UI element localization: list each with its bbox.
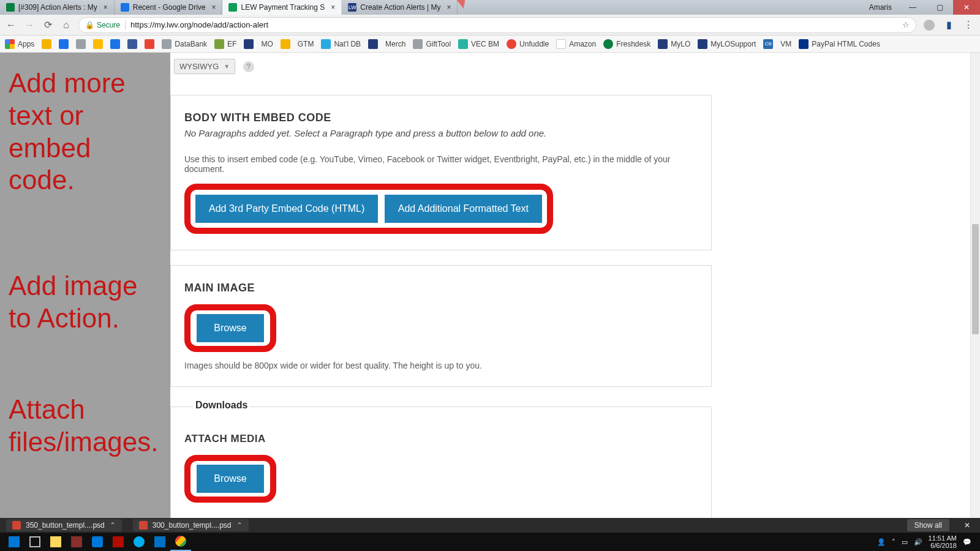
window-close-button[interactable]: ✕ bbox=[953, 0, 980, 15]
bookmark-item[interactable] bbox=[368, 39, 378, 49]
start-button[interactable] bbox=[4, 533, 24, 551]
address-bar[interactable]: 🔒 Secure https://my.lwv.org/node/add/act… bbox=[78, 17, 916, 33]
bookmark-paypal[interactable]: PayPal HTML Codes bbox=[799, 39, 880, 49]
forward-button[interactable]: → bbox=[23, 19, 36, 31]
network-icon[interactable]: ▭ bbox=[902, 538, 908, 546]
bookmark-item[interactable] bbox=[281, 39, 290, 49]
window-maximize-button[interactable]: ▢ bbox=[926, 0, 953, 15]
taskbar-outlook[interactable] bbox=[149, 533, 170, 551]
bookmark-item[interactable] bbox=[59, 39, 69, 49]
bookmarks-bar: Apps DataBank EF MO GTM Nat'l DB Merch G… bbox=[0, 36, 980, 53]
close-icon[interactable]: × bbox=[331, 3, 335, 12]
vertical-scrollbar[interactable] bbox=[970, 53, 980, 518]
system-tray: 👤 ˄ ▭ 🔊 11:51 AM 6/6/2018 💬 bbox=[877, 534, 976, 549]
bookmark-mo[interactable]: MO bbox=[261, 40, 273, 48]
button-label: Browse bbox=[214, 323, 246, 334]
bookmark-label: GTM bbox=[298, 40, 314, 48]
close-icon[interactable]: × bbox=[104, 3, 108, 12]
bookmark-label: EF bbox=[227, 40, 236, 48]
notifications-icon[interactable]: 💬 bbox=[963, 538, 971, 546]
profile-button[interactable] bbox=[922, 18, 936, 32]
scrollbar-thumb[interactable] bbox=[972, 224, 979, 334]
bookmark-label: Merch bbox=[385, 40, 405, 48]
edge-icon bbox=[92, 536, 103, 547]
close-icon[interactable]: × bbox=[447, 3, 451, 12]
bookmark-item[interactable] bbox=[93, 39, 103, 49]
volume-icon[interactable]: 🔊 bbox=[914, 538, 922, 546]
main-image-hint: Images should be 800px wide or wider for… bbox=[184, 361, 698, 370]
favicon-icon bbox=[6, 3, 15, 12]
bookmark-gifttool[interactable]: GiftTool bbox=[413, 39, 451, 49]
taskbar-chrome[interactable] bbox=[170, 533, 191, 551]
taskbar-explorer[interactable] bbox=[45, 533, 66, 551]
apps-shortcut[interactable]: Apps bbox=[5, 39, 34, 49]
bookmark-icon bbox=[127, 39, 137, 49]
attach-media-browse-button[interactable]: Browse bbox=[197, 465, 264, 493]
bookmark-item[interactable] bbox=[145, 39, 154, 49]
browser-navbar: ← → ⟳ ⌂ 🔒 Secure https://my.lwv.org/node… bbox=[0, 15, 980, 36]
bookmark-unfuddle[interactable]: Unfuddle bbox=[507, 39, 549, 49]
bookmark-freshdesk[interactable]: Freshdesk bbox=[603, 39, 650, 49]
wysiwyg-select[interactable]: WYSIWYG ▼ bbox=[174, 59, 235, 74]
tab-2[interactable]: LEW Payment Tracking S × bbox=[222, 0, 342, 15]
bookmark-ef[interactable]: EF bbox=[214, 39, 236, 49]
add-embed-code-button[interactable]: Add 3rd Party Embed Code (HTML) bbox=[195, 195, 378, 223]
bookmark-natldb[interactable]: Nat'l DB bbox=[321, 39, 361, 49]
annotation-2: Add image to Action. bbox=[9, 270, 162, 335]
menu-button[interactable]: ⋮ bbox=[962, 18, 975, 32]
bookmark-gtm[interactable]: GTM bbox=[298, 40, 314, 48]
taskbar-skype[interactable] bbox=[129, 533, 149, 551]
bookmark-mylosupport[interactable]: MyLOSupport bbox=[698, 39, 756, 49]
bookmark-item[interactable] bbox=[42, 39, 51, 49]
home-button[interactable]: ⌂ bbox=[60, 19, 72, 31]
annotation-highlight: Add 3rd Party Embed Code (HTML) Add Addi… bbox=[184, 184, 553, 234]
apps-icon bbox=[5, 39, 15, 49]
close-icon[interactable]: × bbox=[211, 3, 216, 12]
window-titlebar: [#309] Action Alerts : My × Recent - Goo… bbox=[0, 0, 980, 15]
secure-indicator: 🔒 Secure bbox=[85, 21, 120, 29]
downloads-fieldset: Downloads ATTACH MEDIA Browse bbox=[170, 407, 712, 519]
show-all-downloads-button[interactable]: Show all bbox=[907, 519, 949, 531]
tab-1[interactable]: Recent - Google Drive × bbox=[115, 0, 223, 15]
lock-icon: 🔒 bbox=[85, 21, 94, 29]
button-label: Browse bbox=[214, 473, 246, 484]
tab-label: Create Action Alerts | My bbox=[360, 3, 440, 12]
add-formatted-text-button[interactable]: Add Additional Formatted Text bbox=[385, 195, 542, 223]
back-button[interactable]: ← bbox=[5, 19, 17, 31]
extension-icon[interactable]: ▮ bbox=[942, 18, 956, 32]
tab-0[interactable]: [#309] Action Alerts : My × bbox=[0, 0, 115, 15]
close-shelf-button[interactable]: ✕ bbox=[960, 521, 974, 530]
bookmark-databank[interactable]: DataBank bbox=[162, 39, 207, 49]
download-item-0[interactable]: 350_button_templ....psd ⌃ bbox=[6, 519, 122, 531]
taskbar-clock[interactable]: 11:51 AM 6/6/2018 bbox=[929, 534, 957, 549]
bookmark-vm[interactable]: VM bbox=[780, 40, 791, 48]
taskbar-app[interactable] bbox=[66, 533, 87, 551]
bookmark-item[interactable]: CB bbox=[763, 39, 773, 49]
new-tab-button[interactable] bbox=[456, 0, 465, 9]
bookmark-merch[interactable]: Merch bbox=[385, 40, 405, 48]
bookmark-item[interactable] bbox=[76, 39, 86, 49]
window-minimize-button[interactable]: — bbox=[899, 0, 926, 15]
tray-chevron-icon[interactable]: ˄ bbox=[892, 538, 895, 546]
bookmark-item[interactable] bbox=[127, 39, 137, 49]
people-icon[interactable]: 👤 bbox=[877, 538, 886, 546]
bookmark-item[interactable] bbox=[244, 39, 254, 49]
bookmark-star-icon[interactable]: ☆ bbox=[902, 20, 910, 29]
bookmark-icon bbox=[145, 39, 154, 49]
bookmark-vecbm[interactable]: VEC BM bbox=[458, 39, 499, 49]
main-image-browse-button[interactable]: Browse bbox=[197, 314, 264, 342]
bookmark-item[interactable] bbox=[110, 39, 120, 49]
tab-3[interactable]: LW Create Action Alerts | My × bbox=[342, 0, 458, 15]
taskbar-adobe[interactable] bbox=[108, 533, 129, 551]
taskbar-edge[interactable] bbox=[87, 533, 108, 551]
bookmark-icon bbox=[162, 39, 172, 49]
help-icon[interactable]: ? bbox=[243, 61, 254, 72]
bookmark-amazon[interactable]: Amazon bbox=[556, 39, 596, 49]
download-item-1[interactable]: 300_button_templ....psd ⌃ bbox=[133, 519, 249, 531]
bookmark-mylo[interactable]: MyLO bbox=[658, 39, 690, 49]
chevron-up-icon[interactable]: ⌃ bbox=[110, 521, 116, 530]
task-view-button[interactable] bbox=[24, 533, 45, 551]
chevron-up-icon[interactable]: ⌃ bbox=[236, 521, 243, 530]
reload-button[interactable]: ⟳ bbox=[42, 19, 54, 31]
main-image-panel: MAIN IMAGE Browse Images should be 800px… bbox=[170, 265, 712, 387]
